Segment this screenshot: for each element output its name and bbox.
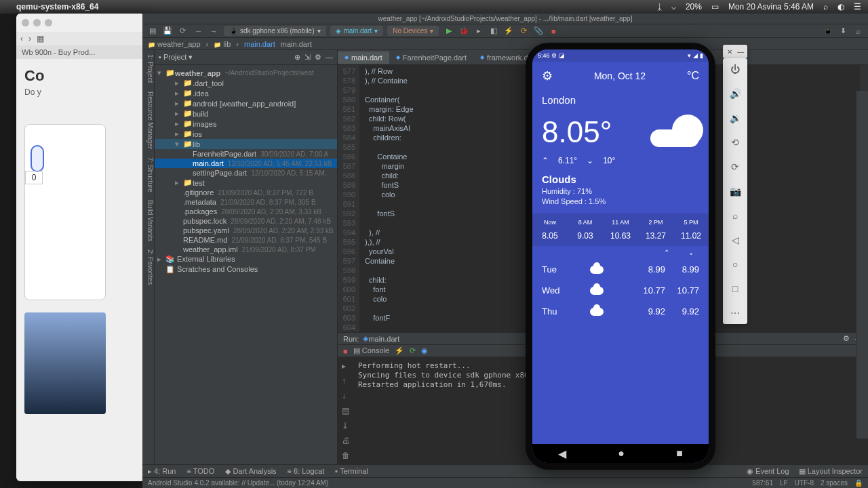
hot-reload-icon[interactable]: ⟳: [517, 25, 530, 37]
structure-tool[interactable]: 7: Structure: [142, 157, 154, 192]
profile-icon[interactable]: ◧: [488, 25, 500, 37]
up-icon[interactable]: ↑: [342, 376, 350, 386]
run-settings-icon[interactable]: ⚙: [843, 334, 850, 343]
save-icon[interactable]: 💾: [161, 25, 174, 37]
debug-icon[interactable]: 🐞: [458, 25, 470, 37]
run-config-selector[interactable]: ◈ main.dart ▾: [330, 26, 384, 36]
breadcrumb-item[interactable]: main.dart: [244, 40, 275, 48]
tree-item[interactable]: ▸📁 ios: [155, 129, 337, 139]
emu-zoom-icon[interactable]: ⌕: [728, 209, 742, 222]
slider-control[interactable]: 0: [24, 124, 106, 300]
hide-icon[interactable]: —: [326, 53, 333, 62]
emu-camera-icon[interactable]: 📷: [728, 184, 742, 198]
restart-icon[interactable]: ⟳: [410, 346, 416, 355]
run-tab[interactable]: main.dart: [368, 335, 399, 343]
target-icon[interactable]: ⊕: [294, 53, 300, 62]
project-dropdown[interactable]: ▪ Project ▾: [159, 53, 193, 62]
console-tab[interactable]: ▤ Console: [353, 346, 389, 355]
emu-back-icon[interactable]: ◁: [728, 233, 742, 247]
nav-back-icon[interactable]: ◀: [558, 447, 566, 460]
tree-item[interactable]: ▸📁 .idea: [155, 88, 337, 98]
unit-toggle[interactable]: °C: [687, 70, 699, 82]
nav-home-icon[interactable]: ●: [618, 447, 625, 460]
tree-item[interactable]: pubspec.yaml28/09/2020 AD, 2:20 AM, 2.93…: [155, 226, 337, 235]
emu-more-icon[interactable]: ⋯: [728, 306, 742, 320]
user-icon[interactable]: ◐: [837, 2, 844, 12]
wifi-icon[interactable]: ⌵: [671, 2, 676, 12]
print-icon[interactable]: 🖨: [342, 436, 350, 445]
eventlog-btab[interactable]: ◉ Event Log: [747, 467, 789, 476]
terminal-btab[interactable]: ▪ Terminal: [335, 467, 368, 475]
no-devices[interactable]: No Devices ▾: [387, 26, 439, 36]
bluetooth-icon[interactable]: ᛣ: [657, 2, 662, 12]
emu-home-icon[interactable]: ○: [728, 258, 742, 271]
wrap-icon[interactable]: ▤: [342, 406, 350, 415]
back-icon[interactable]: ←: [193, 25, 205, 37]
resource-tool[interactable]: Resource Manager: [142, 92, 154, 149]
trash-icon[interactable]: 🗑: [342, 451, 350, 460]
emu-min-icon[interactable]: —: [736, 47, 746, 56]
tree-item[interactable]: ▸📁 android [weather_app_android]: [155, 98, 337, 108]
breadcrumb-item[interactable]: lib: [214, 40, 231, 48]
emu-close-icon[interactable]: ✕: [725, 47, 734, 56]
tree-item[interactable]: main.dart12/10/2020 AD, 5:45 AM, 22.51 k…: [155, 159, 337, 168]
tab-main[interactable]: main.dart: [338, 52, 389, 64]
breadcrumb-item[interactable]: weather_app: [148, 40, 201, 48]
build-variants-tool[interactable]: Build Variants: [142, 200, 154, 241]
settings-icon[interactable]: ⚙: [542, 68, 553, 83]
run-icon[interactable]: ▶: [443, 25, 455, 37]
sync-icon[interactable]: ⟳: [176, 25, 189, 37]
rerun-icon[interactable]: ▸: [342, 361, 350, 371]
flash-icon[interactable]: ⚡: [395, 346, 404, 355]
fwd-icon[interactable]: →: [208, 25, 220, 37]
down-icon[interactable]: ↓: [342, 391, 350, 401]
coverage-icon[interactable]: ▸: [473, 25, 485, 37]
tree-item[interactable]: ▸📁 images: [155, 119, 337, 129]
tree-item[interactable]: ▸📁 .dart_tool: [155, 78, 337, 88]
indent[interactable]: 2 spaces: [821, 479, 848, 487]
tree-item[interactable]: .packages28/09/2020 AD, 2:20 AM, 3.33 kB: [155, 207, 337, 216]
flash-icon[interactable]: ⚡: [502, 25, 515, 37]
favorites-tool[interactable]: 2: Favorites: [142, 249, 154, 285]
slider-thumb[interactable]: [31, 145, 44, 172]
tree-item[interactable]: settingPage.dart12/10/2020 AD, 5:15 AM,: [155, 168, 337, 178]
stop-icon[interactable]: ■: [547, 25, 559, 37]
device-selector[interactable]: 📱 sdk gphone x86 (mobile) ▾: [224, 26, 326, 36]
run-stop-icon[interactable]: ■: [343, 347, 348, 355]
spotlight-icon[interactable]: ⌕: [823, 2, 828, 12]
tree-item[interactable]: FarenheitPage.dart30/09/2020 AD, 7:00 A: [155, 149, 337, 159]
hourly-forecast[interactable]: Now8.058 AM9.0311 AM10.632 PM13.275 PM11…: [532, 214, 709, 246]
attach-icon[interactable]: 📎: [532, 25, 545, 37]
project-tool[interactable]: 1: Project: [142, 54, 154, 83]
tree-item[interactable]: README.md21/09/2020 AD, 8:37 PM, 545 B: [155, 235, 337, 245]
nav-overview-icon[interactable]: ■: [676, 447, 683, 460]
browser-tab[interactable]: Wb 900n - Buy Prod...: [22, 48, 95, 56]
emu-rotate-right-icon[interactable]: ⟳: [728, 160, 742, 174]
avd-icon[interactable]: 📱: [822, 25, 834, 37]
dart-btab[interactable]: ◆ Dart Analysis: [225, 467, 276, 476]
line-sep[interactable]: LF: [780, 479, 788, 487]
emu-volup-icon[interactable]: 🔊: [728, 87, 742, 100]
daily-forecast[interactable]: Tue8.998.99Wed10.7710.77Thu9.929.92: [532, 259, 709, 322]
tree-item[interactable]: .metadata21/09/2020 AD, 8:37 PM, 305 B: [155, 197, 337, 207]
logcat-btab[interactable]: ≡ 6: Logcat: [288, 467, 325, 475]
status-msg[interactable]: Android Studio 4.0.2 available: // Updat…: [148, 479, 328, 487]
emu-voldown-icon[interactable]: 🔉: [728, 111, 742, 125]
sidebar-icon[interactable]: ▦: [37, 34, 44, 43]
tree-item[interactable]: ▸📁 test: [155, 178, 337, 188]
back-icon[interactable]: ‹: [20, 34, 23, 43]
scroll-icon[interactable]: ⤓: [342, 421, 350, 430]
tree-item[interactable]: pubspec.lock28/09/2020 AD, 2:20 AM, 7.48…: [155, 216, 337, 226]
sdk-icon[interactable]: ⬇: [837, 25, 849, 37]
layout-btab[interactable]: ▦ Layout Inspector: [799, 467, 863, 476]
search-icon[interactable]: ⌕: [852, 25, 864, 37]
tree-item[interactable]: .gitignore21/09/2020 AD, 8:37 PM, 722 B: [155, 188, 337, 197]
encoding[interactable]: UTF-8: [795, 479, 814, 487]
lock-icon[interactable]: 🔒: [854, 479, 863, 487]
menu-icon[interactable]: ☰: [854, 2, 861, 12]
tree-item[interactable]: ▾📁 lib: [155, 139, 337, 149]
file-tree[interactable]: ▾📁 weather_app ~/AndroidStudioProjects/w…: [155, 65, 337, 464]
console-output[interactable]: Performing hot restart... Syncing files …: [354, 357, 547, 464]
collapse-icon[interactable]: ⇲: [304, 53, 311, 62]
emu-rotate-left-icon[interactable]: ⟲: [728, 136, 742, 149]
